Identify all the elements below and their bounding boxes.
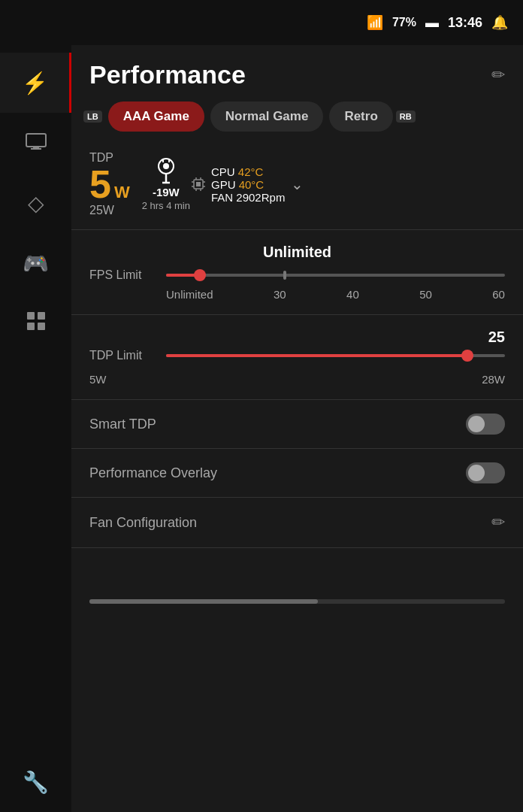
lb-badge: LB <box>83 111 102 123</box>
tdp-min-label: 5W <box>89 373 107 386</box>
tdp-limit-section: 25 TDP Limit 5W 28W <box>71 315 523 399</box>
smart-tdp-row: Smart TDP <box>71 400 523 448</box>
fps-slider-label: FPS Limit <box>89 268 157 282</box>
svg-point-8 <box>163 163 169 169</box>
perf-overlay-toggle[interactable] <box>466 462 505 483</box>
cpu-temp: CPU CPU 42°C 42°C <box>211 165 285 178</box>
bottom-spacer <box>71 548 523 593</box>
svg-rect-2 <box>31 148 41 150</box>
gpu-temp: GPU 40°C <box>211 178 285 191</box>
fps-current-value: Unlimited <box>89 244 505 261</box>
fan-config-row[interactable]: Fan Configuration ✏ <box>71 498 523 547</box>
plug-icon <box>156 157 177 184</box>
wrench-icon: 🔧 <box>23 770 49 795</box>
diamond-icon: ◇ <box>28 191 44 216</box>
fan-rpm: FAN 2902Rpm <box>211 191 285 204</box>
sidebar-item-display[interactable] <box>0 113 71 173</box>
tab-retro[interactable]: Retro <box>329 102 392 132</box>
perf-overlay-label: Performance Overlay <box>89 465 217 481</box>
sidebar-item-gamepad[interactable]: 🎮 <box>0 233 71 293</box>
expand-chevron-icon[interactable]: ⌄ <box>291 175 304 193</box>
svg-rect-5 <box>27 323 35 330</box>
status-time: 13:46 <box>448 15 482 31</box>
battery-percentage: 77% <box>392 16 416 29</box>
fps-label-unlimited: Unlimited <box>166 288 213 301</box>
svg-rect-6 <box>38 323 45 330</box>
gamepad-icon: 🎮 <box>23 251 49 276</box>
sys-info: CPU CPU 42°C 42°C GPU 40°C FAN 2902Rpm <box>190 165 285 204</box>
smart-tdp-thumb <box>468 416 485 432</box>
svg-rect-3 <box>27 312 35 320</box>
power-info: -19W 2 hrs 4 min <box>142 157 190 211</box>
scroll-track <box>89 599 505 604</box>
page-header: Performance ✏ <box>71 45 523 102</box>
sys-info-row: CPU CPU 42°C 42°C GPU 40°C FAN 2902Rpm ⌄ <box>190 165 304 204</box>
power-draw: -19W <box>153 186 180 198</box>
sidebar-item-lightning[interactable]: ⚡ <box>0 53 71 113</box>
power-time: 2 hrs 4 min <box>142 200 190 211</box>
tab-normal-game[interactable]: Normal Game <box>210 102 324 132</box>
main-content: Performance ✏ LB AAA Game Normal Game Re… <box>71 45 523 812</box>
battery-icon: ▬ <box>425 15 439 31</box>
fan-edit-icon[interactable]: ✏ <box>491 513 505 532</box>
fps-label-60: 60 <box>492 288 505 301</box>
tdp-current-display: 25 <box>89 329 505 346</box>
svg-rect-4 <box>38 312 45 320</box>
app-layout: ⚡ ◇ 🎮 <box>0 45 523 812</box>
fps-slider-track[interactable] <box>166 274 505 277</box>
rb-badge: RB <box>396 111 416 123</box>
tab-aaa-game[interactable]: AAA Game <box>108 102 204 132</box>
grid-icon <box>26 311 46 336</box>
fps-section: Unlimited FPS Limit Unlimited 30 40 50 6… <box>71 230 523 314</box>
sidebar-item-grid[interactable] <box>0 293 71 353</box>
perf-overlay-row: Performance Overlay <box>71 449 523 497</box>
tdp-range-labels: 5W 28W <box>89 368 505 386</box>
fps-labels: Unlimited 30 40 50 60 <box>89 288 505 301</box>
tdp-value: 5 <box>89 165 111 204</box>
tdp-current: TDP 5 W 25W <box>89 151 130 217</box>
fps-slider-mark <box>283 271 286 280</box>
tdp-max-label: 28W <box>482 373 505 386</box>
tdp-stack: TDP 5 W 25W <box>89 151 130 217</box>
status-bar: 📶 77% ▬ 13:46 🔔 <box>0 0 523 45</box>
svg-rect-14 <box>196 182 201 186</box>
smart-tdp-toggle[interactable] <box>466 414 505 435</box>
tdp-base: 25W <box>89 204 114 221</box>
sidebar-item-diamond[interactable]: ◇ <box>0 173 71 233</box>
perf-overlay-thumb <box>468 465 485 481</box>
scroll-thumb[interactable] <box>89 599 318 604</box>
fps-label-50: 50 <box>419 288 432 301</box>
tdp-slider-fill <box>166 354 467 357</box>
fan-config-label: Fan Configuration <box>89 515 197 531</box>
tdp-slider-row: TDP Limit <box>89 349 505 362</box>
smart-tdp-label: Smart TDP <box>89 417 156 432</box>
fps-slider-thumb[interactable] <box>194 269 206 281</box>
sidebar-item-wrench[interactable]: 🔧 <box>0 752 71 812</box>
bell-icon: 🔔 <box>491 14 508 31</box>
tabs-right: Retro RB <box>329 102 415 132</box>
fps-label-30: 30 <box>274 288 286 301</box>
display-icon <box>26 131 47 155</box>
svg-rect-0 <box>26 134 46 147</box>
scroll-bar-area <box>71 593 523 610</box>
chip-icon <box>190 176 207 192</box>
sidebar: ⚡ ◇ 🎮 <box>0 45 71 812</box>
tdp-slider-label: TDP Limit <box>89 349 157 362</box>
fps-label-40: 40 <box>346 288 359 301</box>
fps-slider-row: FPS Limit <box>89 268 505 282</box>
page-title: Performance <box>89 60 246 89</box>
tab-bar: LB AAA Game Normal Game Retro RB <box>71 102 523 144</box>
tdp-slider-thumb[interactable] <box>461 350 473 362</box>
header-edit-icon[interactable]: ✏ <box>491 65 505 85</box>
lightning-icon: ⚡ <box>22 71 48 95</box>
tdp-slider-track[interactable] <box>166 354 505 357</box>
wifi-icon: 📶 <box>367 14 383 31</box>
tdp-unit: W <box>114 183 130 202</box>
tdp-info-row: TDP 5 W 25W -19W 2 h <box>71 144 523 229</box>
